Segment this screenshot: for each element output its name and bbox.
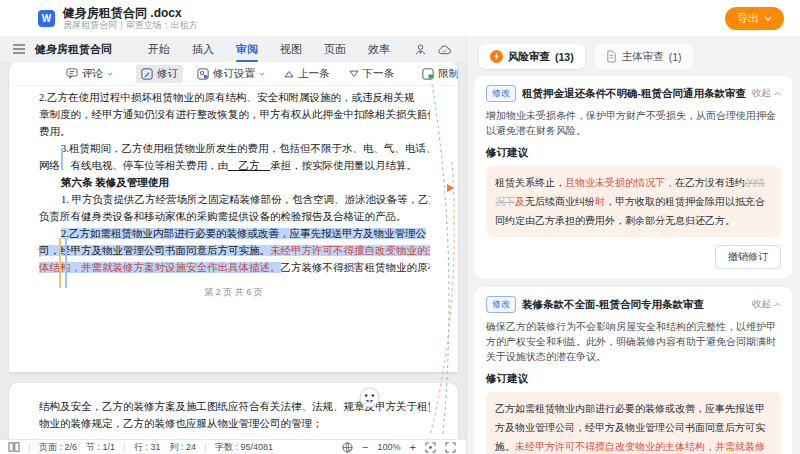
- document-page-2: 评论 修订 修订设置: [9, 62, 458, 372]
- chevron-down-icon: [107, 72, 113, 76]
- doc-line: 3.租赁期间，乙方使用租赁物业所发生的费用，包括但不限于水、电、气、电话、: [39, 140, 430, 157]
- spellcheck-icon[interactable]: [342, 442, 353, 453]
- restrict-edit-button[interactable]: 限制编辑: [417, 65, 458, 83]
- app-window: W 健身房租赁合同 .docx 房屋租赁合同｜审查立场：出租方 导出 健身房租赁…: [0, 0, 800, 454]
- collaborator-icon[interactable]: [414, 43, 427, 56]
- menu-item-review[interactable]: 审阅: [236, 38, 258, 61]
- chevron-up-icon: [774, 91, 781, 96]
- page-view-mode-icon[interactable]: [8, 442, 20, 452]
- chevron-down-icon: [259, 72, 265, 76]
- review-card-description: 增加物业未受损条件，保护甲方财产不受损失，从而合理使用押金以避免潜在财务风险。: [486, 108, 781, 138]
- suggestion-heading: 修订建议: [486, 146, 781, 160]
- suggestion-text: 乙方如需租赁物业内部进行必要的装修或改善，应事先报送甲方及物业管理公司，经甲方及…: [486, 392, 781, 454]
- tab-count: (13): [555, 51, 574, 63]
- page-number-footer: 第 2 页 共 6 页: [9, 286, 458, 299]
- document-identity: W 健身房租赁合同 .docx 房屋租赁合同｜审查立场：出租方: [38, 6, 198, 31]
- statusbar-divider: [205, 443, 206, 452]
- cloud-saved-icon[interactable]: [437, 44, 452, 55]
- menu-item-page[interactable]: 页面: [324, 38, 346, 61]
- text-cursor-indicator: T: [37, 248, 43, 259]
- revision-settings-icon: [197, 68, 209, 80]
- statusbar: 页面 : 2/6 节 : 1/1 行 : 31 列 : 24 字数 : 95/4…: [0, 439, 466, 454]
- triangle-down-icon: [349, 70, 359, 78]
- menu-item-start[interactable]: 开始: [148, 38, 170, 61]
- doc-line: 2.乙方如需租赁物业内部进行必要的装修或改善，应事先报送甲方及物业管理公: [39, 225, 430, 242]
- menubar: 健身房租赁合同 开始 插入 审阅 视图 页面 效率: [0, 36, 466, 62]
- revision-margin-bar: [59, 238, 61, 288]
- tab-subject-review[interactable]: 主体审查 (1): [595, 44, 693, 69]
- triangle-up-icon: [284, 70, 294, 78]
- doc-file-icon: W: [38, 10, 55, 27]
- doc-line: 负责所有健身类设备和移动家俬的采购需提供设备的检验报告及合格证的产品。: [39, 208, 430, 225]
- doc-line: 1. 甲方负责提供乙方经营场所之固定精装修部份，包含空调、游泳池设备等，乙方: [39, 191, 430, 208]
- restrict-edit-icon: [422, 68, 434, 80]
- undo-revision-button[interactable]: 撤销修订: [715, 245, 781, 269]
- document-text-page3[interactable]: 结构及安全，乙方的装修方案及施工图纸应符合有关法律、法规、规章及甲方关于租赁物业…: [9, 383, 458, 432]
- doc-line: 章制度的，经甲方通知仍没有进行整改恢复的，甲方有权从此押金中扣除相关损失赔偿: [39, 106, 430, 123]
- modify-badge: 修改: [486, 85, 516, 102]
- status-section-indicator: 节 : 1/1: [86, 441, 115, 454]
- document-subtitle: 房屋租赁合同｜审查立场：出租方: [63, 20, 198, 31]
- export-button[interactable]: 导出: [725, 7, 784, 30]
- suggestion-text: 租赁关系终止，且物业未受损的情况下，在乙方没有违约的情况下及无后续商业纠纷时，甲…: [486, 166, 781, 237]
- fit-page-icon[interactable]: [425, 442, 436, 453]
- menu-item-efficiency[interactable]: 效率: [368, 38, 390, 61]
- revision-pen-icon: [141, 68, 153, 80]
- revision-marker-icon[interactable]: [447, 184, 454, 192]
- suggestion-heading: 修订建议: [486, 372, 781, 386]
- revision-margin-bar: [65, 238, 67, 288]
- review-card-description: 确保乙方的装修行为不会影响房屋安全和结构的完整性，以维护甲方的产权安全和利益。此…: [486, 319, 781, 364]
- collapse-button[interactable]: 收起: [752, 298, 781, 311]
- status-page-indicator: 页面 : 2/6: [39, 441, 77, 454]
- collapse-button[interactable]: 收起: [752, 87, 781, 100]
- document-area: 评论 修订 修订设置: [0, 62, 466, 439]
- chevron-up-icon: [774, 302, 781, 307]
- assistant-mascot-icon[interactable]: [359, 387, 380, 408]
- menu-item-insert[interactable]: 插入: [192, 38, 214, 61]
- titlebar: W 健身房租赁合同 .docx 房屋租赁合同｜审查立场：出租方 导出: [0, 0, 800, 36]
- doc-line: 网络、有线电视、停车位等相关费用，由 乙方 承担，按实际使用量以月结算。: [39, 157, 430, 174]
- review-card-deposit: 修改 租赁押金退还条件不明确-租赁合同通用条款审查 收起 增加物业未受损条件，保…: [475, 76, 792, 278]
- status-column-indicator: 列 : 24: [170, 441, 197, 454]
- comment-icon: [66, 68, 78, 79]
- lightning-icon: [490, 50, 503, 63]
- status-line-indicator: 行 : 31: [134, 441, 161, 454]
- previous-item-button[interactable]: 上一条: [279, 65, 335, 83]
- chevron-down-icon: [764, 16, 772, 21]
- document-page-3: 结构及安全，乙方的装修方案及施工图纸应符合有关法律、法规、规章及甲方关于租赁物业…: [9, 383, 458, 439]
- tab-risk-review[interactable]: 风险审查 (13): [479, 44, 585, 69]
- next-item-button[interactable]: 下一条: [344, 65, 400, 83]
- status-wordcount-indicator: 字数 : 95/4081: [215, 441, 273, 454]
- review-tabs: 风险审查 (13) 主体审查 (1): [479, 44, 792, 69]
- revision-settings-button[interactable]: 修订设置: [192, 65, 270, 83]
- zoom-out-button[interactable]: −: [362, 442, 368, 452]
- doc-line: 费用。: [39, 123, 430, 140]
- page-gap: [0, 372, 466, 383]
- doc-line: 司，经甲方及物业管理公司书面同意后方可实施。未经甲方许可不得擅自改变物业的主: [39, 242, 430, 259]
- document-text-page2[interactable]: 2.乙方在使用过程中损坏租赁物业的原有结构、安全和附属设施的，或违反相关规章制度…: [9, 86, 458, 276]
- review-card-title: 租赁押金退还条件不明确-租赁合同通用条款审查: [522, 87, 746, 101]
- export-label: 导出: [737, 11, 759, 26]
- doc-line: 物业的装修规定，乙方的装修也应服从物业管理公司的管理；: [39, 415, 430, 432]
- doc-line: 2.乙方在使用过程中损坏租赁物业的原有结构、安全和附属设施的，或违反相关规: [39, 89, 430, 106]
- doc-line: 第六条 装修及管理使用: [39, 174, 430, 191]
- tab-count: (1): [669, 51, 682, 63]
- zoom-level: 100%: [378, 442, 401, 452]
- revision-margin-bar: [61, 148, 63, 170]
- review-card-title: 装修条款不全面-租赁合同专用条款审查: [522, 298, 746, 312]
- document-sheet-icon: [606, 50, 617, 63]
- menu-item-view[interactable]: 视图: [280, 38, 302, 61]
- menu-items: 开始 插入 审阅 视图 页面 效率: [148, 38, 404, 61]
- revision-button[interactable]: 修订: [136, 65, 183, 83]
- zoom-in-button[interactable]: +: [410, 442, 416, 452]
- modify-badge: 修改: [486, 296, 516, 313]
- statusbar-divider: [124, 443, 125, 452]
- review-panel: 风险审查 (13) 主体审查 (1) 修改 租赁押金退还条件不明确-租赁合同通用…: [466, 36, 800, 454]
- statusbar-divider: [29, 443, 30, 452]
- review-toolbar: 评论 修订 修订设置: [9, 62, 458, 86]
- hamburger-menu-icon[interactable]: [13, 44, 25, 54]
- comment-button[interactable]: 评论: [61, 65, 118, 83]
- fullscreen-icon[interactable]: [445, 442, 456, 453]
- doc-line: 体结构，并需就装修方案对设施安全作出具体描述。乙方装修不得损害租赁物业的原有: [39, 259, 430, 276]
- review-card-decoration: 修改 装修条款不全面-租赁合同专用条款审查 收起 确保乙方的装修行为不会影响房屋…: [475, 287, 792, 454]
